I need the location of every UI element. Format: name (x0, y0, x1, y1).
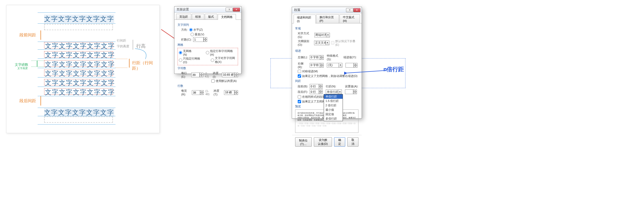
right-label: 右侧(R): (298, 62, 308, 69)
pitch-label: 跨度(I): (213, 71, 221, 78)
line-spacing-dropdown[interactable]: 单倍行距 1.5 倍行距 2 倍行距 最小值 固定值 多倍行距 (324, 94, 343, 121)
perpage-label: 每页(R): (181, 89, 190, 96)
alignment-combo[interactable]: 两端对齐▼ (314, 33, 330, 37)
autoadjust-checkbox[interactable] (298, 74, 301, 78)
ok-button[interactable]: 确定 (334, 137, 345, 147)
radio-linechar[interactable] (206, 51, 209, 54)
section-spacing: 间距 (295, 79, 358, 83)
tab-cjk[interactable]: 中文版式(H) (340, 14, 360, 23)
outline-label: 大纲级别(O): (298, 39, 313, 46)
linepitch-label: 跨度(T): (214, 89, 222, 96)
columns-label: 栏数(C): (181, 38, 192, 42)
pitch-input[interactable] (222, 73, 234, 77)
tab-margins[interactable]: 页边距 (176, 14, 191, 20)
dialog-title: 段落 (293, 8, 346, 12)
section-grid: 网格 (178, 43, 238, 47)
space-after-label: 段后间距 (19, 98, 36, 104)
perline-input[interactable] (191, 73, 200, 77)
tab-docgrid[interactable]: 文档网格 (218, 14, 236, 20)
sample-line-3: 文字文字文字文字文字 (45, 60, 115, 69)
dropdown-option[interactable]: 固定值 (324, 112, 343, 116)
sample-line-1: 文字文字文字文字文字 (45, 42, 115, 50)
setval-label: 设置值(A): (345, 84, 358, 88)
line-spacing-label: 行距（行间距） (132, 60, 159, 71)
cancel-button[interactable]: 取消 (347, 137, 358, 147)
dropdown-option[interactable]: 1.5 倍行距 (324, 99, 343, 103)
tab-layout[interactable]: 版式 (205, 14, 217, 20)
section-text-arrange: 文字排列 (178, 23, 238, 27)
section-charcount: 字符数 (178, 66, 238, 70)
before-input[interactable] (310, 84, 319, 89)
grid-highlight-box: 无网格(N) 指定行和字符网格(H) 只指定行网格(O) 文字对齐字符网格(X) (178, 48, 238, 65)
dialog-titlebar: 段落 ? ✕ (292, 7, 362, 13)
outline-combo[interactable]: 正文文本▼ (314, 41, 329, 45)
paragraph-dialog: 段落 ? ✕ 缩进和间距(I) 换行和分页(P) 中文版式(H) 常规 对齐方式… (292, 7, 362, 119)
special-label: 特殊格式(S): (327, 54, 342, 61)
sample-line-2: 文字文字文字文字文字 (45, 51, 115, 59)
radio-charalign[interactable] (211, 58, 214, 62)
tab-linebreak[interactable]: 换行和分页(P) (316, 14, 339, 23)
perline-range: (1-43) (205, 72, 211, 78)
section-linecount: 行数 (178, 84, 238, 88)
linepitch-input[interactable] (224, 90, 234, 95)
sample-line-4: 文字文字文字文字文字 (45, 69, 115, 78)
section-general: 常规 (295, 27, 358, 30)
nospace-checkbox[interactable] (298, 95, 301, 99)
curve-arrow-icon (134, 47, 154, 60)
indentval-label: 缩进值(Y): (343, 55, 357, 59)
left-label: 左侧(L): (298, 55, 308, 59)
tab-paper[interactable]: 纸张 (192, 14, 204, 20)
right-input[interactable] (310, 63, 320, 68)
dialog-buttons: 制表位(T)… 设为默认值(D) 确定 取消 (292, 135, 362, 149)
mirror-checkbox[interactable] (298, 70, 301, 73)
columns-input[interactable] (193, 37, 204, 42)
help-button[interactable]: ? (226, 8, 233, 12)
left-input[interactable] (310, 55, 320, 60)
sample-line-5: 文字文字文字文字文字 (45, 79, 115, 87)
section-indent: 缩进 (295, 49, 358, 53)
dialog-title: 页面设置 (175, 7, 226, 12)
alignment-label: 对齐方式(G): (298, 31, 313, 38)
spin-up[interactable]: ▲ (204, 37, 207, 40)
dropdown-option[interactable]: 最小值 (324, 108, 343, 112)
sample-text-top: 文字文字文字文字文字 (44, 15, 114, 23)
after-input[interactable] (310, 89, 319, 94)
close-button[interactable]: ✕ (353, 8, 361, 12)
radio-nogrid[interactable] (179, 51, 182, 54)
help-button[interactable]: ? (346, 8, 353, 12)
sample-text-bottom: 文字文字文字文字文字 (44, 108, 114, 117)
page-setup-dialog: 页面设置 ? ✕ 页边距 纸张 版式 文档网格 文字排列 方向: 水平(Z) 垂… (174, 6, 241, 74)
line-spacing-combo[interactable]: 单倍行距▼ (326, 89, 342, 94)
setval-input[interactable] (345, 89, 353, 94)
gap-label: 行间距 (117, 38, 126, 43)
close-button[interactable]: ✕ (233, 8, 240, 12)
special-combo[interactable]: (无)▼ (327, 63, 342, 68)
aligngrid-checkbox[interactable] (298, 100, 301, 103)
perpage-input[interactable] (192, 90, 200, 95)
dropdown-option[interactable]: 多倍行距 (324, 116, 343, 121)
char-height-label: 字的高度 (117, 44, 129, 49)
fold-checkbox (331, 41, 334, 44)
perline-label: 每行(E): (181, 71, 190, 78)
radio-vertical[interactable] (191, 33, 194, 36)
svg-line-1 (346, 70, 386, 73)
perpage-range: (1-48) (205, 89, 212, 96)
tab-indent[interactable]: 缩进和间距(I) (294, 15, 316, 23)
direction-label: 方向: (181, 28, 188, 32)
default-button[interactable]: 设为默认值(D) (314, 137, 332, 147)
annotation-label: n倍行距 (383, 66, 404, 73)
spin-down[interactable]: ▼ (204, 40, 207, 42)
ls-label: 行距(N): (326, 84, 336, 88)
default-pitch-checkbox[interactable] (211, 79, 215, 83)
sample-line-6: 文字文字文字文字文字 (45, 88, 115, 96)
tabstop-button[interactable]: 制表位(T)… (295, 137, 312, 147)
dropdown-option[interactable]: 2 倍行距 (324, 103, 343, 108)
typography-diagram-panel: 文字文字文字文字文字 段前间距 文字文字文字文字文字 文字文字文字文字文字 文字… (6, 5, 160, 133)
indent-val-input[interactable] (345, 63, 354, 68)
font-height-label: 文字高度 (17, 67, 28, 70)
tabs: 页边距 纸张 版式 文档网格 (174, 13, 241, 20)
radio-lineonly[interactable] (179, 58, 182, 62)
after-label: 段后(F): (298, 90, 308, 94)
radio-horizontal[interactable] (189, 28, 193, 31)
dropdown-option[interactable]: 单倍行距 (324, 94, 343, 99)
